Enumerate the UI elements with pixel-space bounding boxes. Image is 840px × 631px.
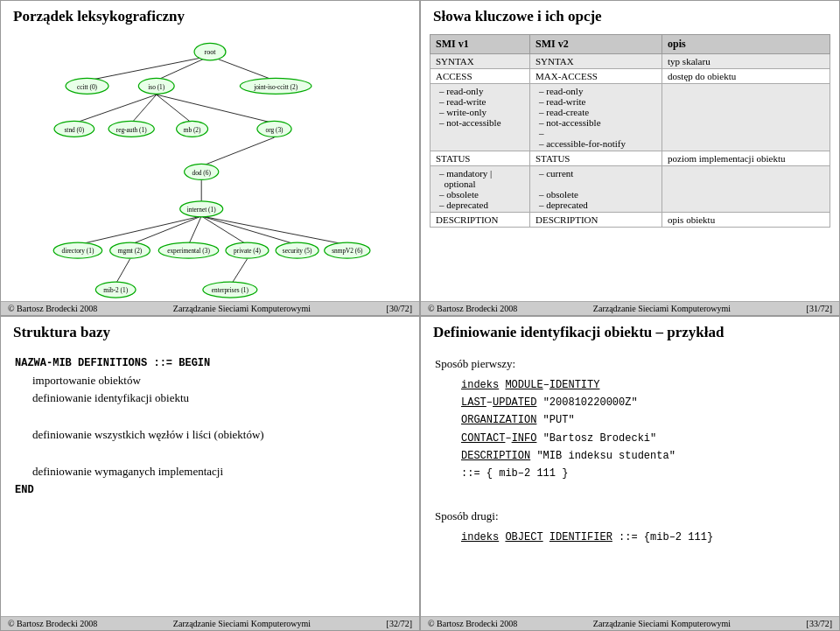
footer1-right: [30/72] — [387, 304, 412, 313]
code-line: indeks MODULE–IDENTITY — [461, 376, 825, 394]
table-row: SYNTAX SYNTAX typ skalaru — [430, 54, 830, 69]
dash-item — [536, 179, 656, 189]
structure-content: NAZWA-MIB DEFINITIONS ::= BEGIN importow… — [1, 345, 419, 508]
panel3-title: Struktura bazy — [1, 317, 419, 345]
table-row: DESCRIPTION DESCRIPTION opis obiektu — [430, 213, 830, 228]
dash-item: – — [536, 128, 656, 138]
panel-definition: Definiowanie identyfikacji obiektu – prz… — [420, 316, 840, 632]
footer2-right: [31/72] — [807, 304, 832, 313]
dash-item: – read-only — [436, 86, 524, 96]
cell-access-opis: dostęp do obiektu — [662, 69, 830, 84]
svg-line-7 — [201, 137, 274, 166]
svg-text:enterprises (1): enterprises (1) — [212, 286, 249, 294]
panel1-footer: © Bartosz Brodecki 2008 Zarządzanie Siec… — [1, 301, 419, 315]
panel2-title: Słowa kluczowe i ich opcje — [421, 1, 839, 29]
code-end: END — [15, 484, 34, 496]
dash-item: – not-accessible — [436, 117, 524, 128]
cell-desc-opis: opis obiektu — [662, 213, 830, 228]
cell-desc-v2: DESCRIPTION — [529, 213, 662, 228]
cell-empty — [662, 84, 830, 151]
dash-item: – accessible-for-notify — [536, 138, 656, 149]
dash-item: optional — [436, 179, 524, 189]
code-line: CONTACT–INFO "Bartosz Brodecki" — [461, 430, 825, 447]
svg-text:mb (2): mb (2) — [184, 126, 201, 134]
table-row: ACCESS MAX-ACCESS dostęp do obiektu — [430, 69, 830, 84]
footer3-left: © Bartosz Brodecki 2008 — [8, 619, 97, 628]
panel-structure: Struktura bazy NAZWA-MIB DEFINITIONS ::=… — [0, 316, 420, 632]
tree-diagram: root ccitt (0) iso (1) joint-iso-ccitt (… — [1, 29, 419, 308]
dash-item: – deprecated — [536, 200, 656, 210]
definition-content: Sposób pierwszy: indeks MODULE–IDENTITY … — [421, 345, 839, 556]
sposob2-label: Sposób drugi: — [435, 509, 825, 523]
cell-access-opts-v2: – read-only – read-write – read-create –… — [529, 84, 662, 151]
col-smiv2: SMI v2 — [529, 35, 662, 54]
panel3-footer: © Bartosz Brodecki 2008 Zarządzanie Siec… — [1, 616, 419, 630]
dash-item: – current — [536, 168, 656, 179]
code-line: importowanie obiektów — [32, 372, 405, 390]
col-smiv1: SMI v1 — [430, 35, 530, 54]
code-line: ORGANIZATION "PUT" — [461, 411, 825, 429]
panel2-footer: © Bartosz Brodecki 2008 Zarządzanie Siec… — [421, 301, 839, 315]
code-line: definiowanie identyfikacji obiektu — [32, 389, 405, 408]
svg-text:experimental (3): experimental (3) — [167, 247, 210, 255]
svg-text:directory (1): directory (1) — [61, 247, 94, 255]
footer4-left: © Bartosz Brodecki 2008 — [428, 619, 517, 628]
svg-text:internet (1): internet (1) — [187, 206, 216, 214]
svg-text:reg-auth (1): reg-auth (1) — [116, 126, 147, 134]
cell-status-opis: poziom implementacji obiektu — [662, 151, 830, 166]
cell-empty2 — [662, 166, 830, 213]
cell-status-opts-v1: – mandatory | optional – obsolete – depr… — [430, 166, 530, 213]
code-line: definiowanie wymaganych implementacji — [32, 463, 405, 481]
svg-text:mgmt (2): mgmt (2) — [118, 247, 143, 255]
svg-text:org (3): org (3) — [265, 126, 284, 134]
dash-item: – read-create — [536, 107, 656, 117]
cell-status-v2: STATUS — [529, 151, 662, 166]
svg-text:iso (1): iso (1) — [148, 83, 165, 91]
dash-item: – deprecated — [436, 200, 524, 210]
svg-text:snmpV2 (6): snmpV2 (6) — [332, 247, 363, 255]
cell-status-v1: STATUS — [430, 151, 530, 166]
dash-item: – mandatory | — [436, 168, 524, 179]
cell-syntax-v2: SYNTAX — [529, 54, 662, 69]
panel1-title: Porządek leksykograficzny — [1, 1, 419, 29]
footer2-center: Zarządzanie Sieciami Komputerowymi — [593, 304, 731, 313]
svg-text:security (5): security (5) — [283, 247, 312, 255]
svg-text:root: root — [204, 48, 216, 56]
cell-access-opts-v1: – read-only – read-write – write-only – … — [430, 84, 530, 151]
code-begin: NAZWA-MIB DEFINITIONS ::= BEGIN — [15, 357, 210, 369]
table-row: – read-only – read-write – write-only – … — [430, 84, 830, 151]
panel-keywords: Słowa kluczowe i ich opcje SMI v1 SMI v2… — [420, 0, 840, 316]
panel4-footer: © Bartosz Brodecki 2008 Zarządzanie Siec… — [421, 616, 839, 630]
svg-line-9 — [78, 216, 201, 245]
svg-text:joint-iso-ccitt (2): joint-iso-ccitt (2) — [253, 83, 298, 91]
footer2-left: © Bartosz Brodecki 2008 — [428, 304, 517, 313]
svg-text:ccitt (0): ccitt (0) — [77, 83, 98, 91]
code-block2: indeks OBJECT IDENTIFIER ::= {mib–2 111} — [461, 529, 825, 546]
cell-desc-v1: DESCRIPTION — [430, 213, 530, 228]
code-line: definiowanie wszystkich węzłów i liści (… — [32, 426, 405, 445]
cell-access-v1: ACCESS — [430, 69, 530, 84]
panel-lexicographic: Porządek leksykograficzny — [0, 0, 420, 316]
code-line: NAZWA-MIB DEFINITIONS ::= BEGIN — [15, 354, 405, 372]
dash-item: – obsolete — [536, 189, 656, 200]
footer1-center: Zarządzanie Sieciami Komputerowymi — [173, 304, 311, 313]
cell-access-v2: MAX-ACCESS — [529, 69, 662, 84]
svg-line-13 — [201, 216, 297, 245]
dash-item: – read-write — [436, 96, 524, 107]
keywords-table: SMI v1 SMI v2 opis SYNTAX SYNTAX typ ska… — [430, 34, 830, 228]
panel4-title: Definiowanie identyfikacji obiektu – prz… — [421, 317, 839, 345]
svg-text:stnd (0): stnd (0) — [65, 126, 85, 134]
footer4-center: Zarządzanie Sieciami Komputerowymi — [593, 619, 731, 628]
code-line: END — [15, 480, 405, 499]
code-line: LAST–UPDATED "200810220000Z" — [461, 394, 825, 411]
svg-line-15 — [116, 259, 130, 284]
svg-text:dod (6): dod (6) — [192, 169, 211, 177]
dash-item: – write-only — [436, 107, 524, 117]
svg-text:mib-2 (1): mib-2 (1) — [103, 286, 128, 294]
svg-line-0 — [88, 56, 210, 81]
dash-item: – read-write — [536, 96, 656, 107]
footer1-left: © Bartosz Brodecki 2008 — [8, 304, 97, 313]
svg-text:private (4): private (4) — [234, 247, 261, 255]
cell-syntax-opis: typ skalaru — [662, 54, 830, 69]
dash-item: – read-only — [536, 86, 656, 96]
